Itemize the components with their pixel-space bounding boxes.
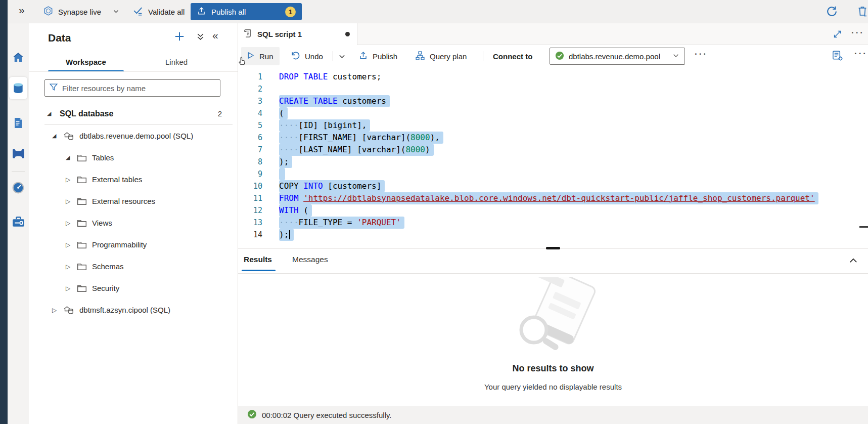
- tree-root-label: SQL database: [60, 109, 113, 118]
- nav-integrate[interactable]: [8, 142, 29, 164]
- tree-item-views[interactable]: ▷Views: [29, 212, 238, 234]
- expand-twisty-icon[interactable]: ▷: [66, 241, 73, 248]
- code-line-6[interactable]: 6····[FIRST_NAME] [varchar](8000),: [238, 132, 868, 144]
- tree-item-external-tables[interactable]: ▷External tables: [29, 168, 238, 190]
- expand-menu-icon[interactable]: »: [19, 4, 25, 16]
- folder-icon: [77, 241, 87, 249]
- line-number[interactable]: 5: [238, 119, 269, 132]
- left-edge-strip: [0, 0, 8, 424]
- collapse-panel-icon[interactable]: «: [212, 29, 218, 41]
- expand-twisty-icon[interactable]: ▷: [66, 220, 73, 227]
- refresh-icon[interactable]: [826, 5, 838, 20]
- nav-data[interactable]: [9, 77, 27, 99]
- code-editor[interactable]: 1DROP TABLE customers;23CREATE TABLE cus…: [238, 71, 868, 241]
- tree-item-dbtlabs-revenue-demo-pool-sql[interactable]: ◢dbtlabs.revenue.demo.pool (SQL): [29, 125, 238, 147]
- discard-trash-icon[interactable]: [856, 5, 868, 19]
- code-line-7[interactable]: 7····[LAST_NAME] [varchar](8000): [238, 144, 868, 156]
- tab-sql-script-1[interactable]: SQL script 1: [238, 23, 357, 45]
- line-number[interactable]: 2: [238, 83, 269, 95]
- code-line-9[interactable]: 9: [238, 168, 868, 180]
- publish-all-button[interactable]: Publish all 1: [191, 3, 302, 20]
- code-line-8[interactable]: 8);: [238, 156, 868, 168]
- editor-toolbar: Run Undo Publish Query plan Connect to d…: [238, 45, 868, 68]
- line-number[interactable]: 13: [238, 217, 269, 229]
- tab-workspace[interactable]: Workspace: [66, 58, 106, 66]
- code-line-14[interactable]: 14);: [238, 229, 868, 241]
- validate-check-icon: [132, 6, 144, 18]
- filter-resources-input[interactable]: [62, 84, 216, 93]
- toolbar-more-icon[interactable]: ···: [695, 49, 708, 59]
- code-line-5[interactable]: 5····[ID] [bigint],: [238, 119, 868, 132]
- collapse-all-icon[interactable]: [196, 32, 205, 43]
- code-line-11[interactable]: 11FROM 'https://dbtlabsynapsedatalake.bl…: [238, 192, 868, 204]
- tree-item-dbtmsft-azsyn-cipool-sql[interactable]: ▷dbtmsft.azsyn.cipool (SQL): [29, 299, 238, 321]
- tree-item-security[interactable]: ▷Security: [29, 277, 238, 299]
- tab-linked[interactable]: Linked: [165, 58, 188, 66]
- properties-icon[interactable]: [832, 50, 843, 63]
- editor-more-icon[interactable]: ···: [851, 28, 864, 38]
- tree-item-external-resources[interactable]: ▷External resources: [29, 190, 238, 212]
- undo-button[interactable]: Undo: [290, 45, 323, 68]
- validate-all-button[interactable]: Validate all: [132, 0, 185, 23]
- line-number[interactable]: 6: [238, 132, 269, 144]
- code-line-content: DROP TABLE customers;: [279, 71, 381, 83]
- pane-resize-handle[interactable]: [546, 247, 560, 249]
- line-number[interactable]: 7: [238, 144, 269, 156]
- tree-item-schemas[interactable]: ▷Schemas: [29, 256, 238, 277]
- code-line-1[interactable]: 1DROP TABLE customers;: [238, 71, 868, 83]
- collapse-twisty-icon[interactable]: ◢: [47, 110, 54, 117]
- expand-twisty-icon[interactable]: ▷: [52, 307, 59, 314]
- nav-home[interactable]: [8, 47, 29, 69]
- line-number[interactable]: 8: [238, 156, 269, 168]
- tree-item-programmability[interactable]: ▷Programmability: [29, 234, 238, 256]
- add-resource-icon[interactable]: [174, 31, 185, 44]
- code-line-13[interactable]: 13····FILE_TYPE = 'PARQUET': [238, 217, 868, 229]
- code-line-12[interactable]: 12WITH (: [238, 204, 868, 217]
- tab-messages[interactable]: Messages: [292, 255, 328, 264]
- expand-twisty-icon[interactable]: ▷: [66, 263, 73, 270]
- sql-script-icon: [243, 28, 252, 40]
- code-line-2[interactable]: 2: [238, 83, 868, 95]
- line-number[interactable]: 9: [238, 168, 269, 180]
- synapse-logo-icon: [43, 6, 54, 18]
- tree-item-tables[interactable]: ◢Tables: [29, 147, 238, 168]
- collapse-twisty-icon[interactable]: ◢: [66, 154, 73, 161]
- toolbar-far-more-icon[interactable]: ···: [854, 49, 867, 59]
- resource-tree: ◢dbtlabs.revenue.demo.pool (SQL)◢Tables▷…: [29, 125, 238, 321]
- undo-redo-dropdown[interactable]: [338, 45, 346, 68]
- folder-icon: [77, 176, 87, 184]
- no-results-illustration: [238, 277, 868, 361]
- line-number[interactable]: 14: [238, 229, 269, 241]
- connect-pool-dropdown[interactable]: dbtlabs.revenue.demo.pool: [550, 48, 685, 65]
- tab-results[interactable]: Results: [244, 255, 272, 264]
- code-line-10[interactable]: 10COPY INTO [customers]: [238, 180, 868, 192]
- expand-editor-icon[interactable]: [833, 29, 842, 41]
- line-number[interactable]: 4: [238, 107, 269, 119]
- publish-button[interactable]: Publish: [358, 45, 397, 68]
- toolbar-divider: [333, 51, 333, 61]
- line-number[interactable]: 3: [238, 95, 269, 107]
- no-results-subtitle: Your query yielded no displayable result…: [238, 383, 868, 391]
- tree-item-label: Schemas: [92, 262, 124, 271]
- expand-twisty-icon[interactable]: ▷: [66, 285, 73, 292]
- nav-manage[interactable]: [8, 210, 29, 233]
- folder-icon: [77, 219, 87, 227]
- code-line-content: );: [279, 229, 294, 241]
- mode-switcher[interactable]: Synapse live: [43, 0, 119, 23]
- line-number[interactable]: 10: [238, 180, 269, 192]
- tree-root-sql-database[interactable]: ◢ SQL database 2: [29, 103, 238, 124]
- nav-monitor[interactable]: [8, 177, 29, 199]
- code-line-3[interactable]: 3CREATE TABLE customers: [238, 95, 868, 107]
- collapse-results-chevron-icon[interactable]: [848, 256, 858, 268]
- code-line-content: WITH (: [279, 204, 312, 217]
- code-line-4[interactable]: 4(: [238, 107, 868, 119]
- expand-twisty-icon[interactable]: ▷: [66, 198, 73, 205]
- undo-icon: [290, 51, 300, 62]
- expand-twisty-icon[interactable]: ▷: [66, 176, 73, 183]
- line-number[interactable]: 11: [238, 192, 269, 204]
- collapse-twisty-icon[interactable]: ◢: [52, 133, 59, 139]
- line-number[interactable]: 12: [238, 204, 269, 217]
- line-number[interactable]: 1: [238, 71, 269, 83]
- nav-develop[interactable]: [8, 112, 29, 134]
- query-plan-button[interactable]: Query plan: [415, 45, 467, 68]
